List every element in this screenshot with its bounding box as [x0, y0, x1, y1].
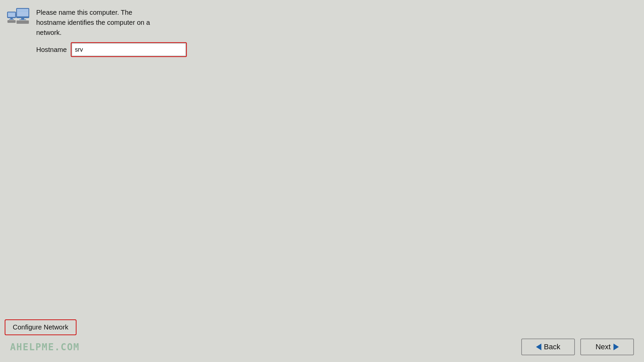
- svg-rect-13: [17, 20, 29, 23]
- nav-buttons: Back Next: [521, 339, 634, 355]
- svg-rect-8: [19, 19, 26, 20]
- next-arrow-icon: [613, 344, 619, 350]
- main-content: Please name this computer. The hostname …: [0, 0, 644, 70]
- svg-rect-7: [21, 18, 24, 19]
- svg-rect-1: [8, 12, 15, 17]
- header-section: Please name this computer. The hostname …: [7, 6, 637, 57]
- hostname-label: Hostname: [36, 46, 67, 54]
- back-arrow-icon: [536, 344, 541, 350]
- hostname-input[interactable]: [72, 43, 186, 56]
- configure-network-wrapper: Configure Network: [5, 319, 76, 335]
- description-block: Please name this computer. The hostname …: [36, 6, 187, 57]
- configure-network-label: Configure Network: [13, 323, 68, 331]
- back-label: Back: [544, 343, 560, 351]
- network-computers-icon: [7, 7, 31, 27]
- svg-rect-2: [10, 18, 13, 19]
- back-button[interactable]: Back: [521, 339, 575, 355]
- next-button[interactable]: Next: [580, 339, 634, 355]
- description-text: Please name this computer. The hostname …: [36, 6, 187, 38]
- next-label: Next: [595, 343, 610, 351]
- svg-rect-3: [9, 19, 14, 20]
- configure-network-button[interactable]: Configure Network: [5, 319, 76, 335]
- watermark: AHELPME.COM: [10, 342, 79, 353]
- svg-rect-12: [8, 20, 15, 23]
- hostname-input-wrapper: [71, 42, 187, 57]
